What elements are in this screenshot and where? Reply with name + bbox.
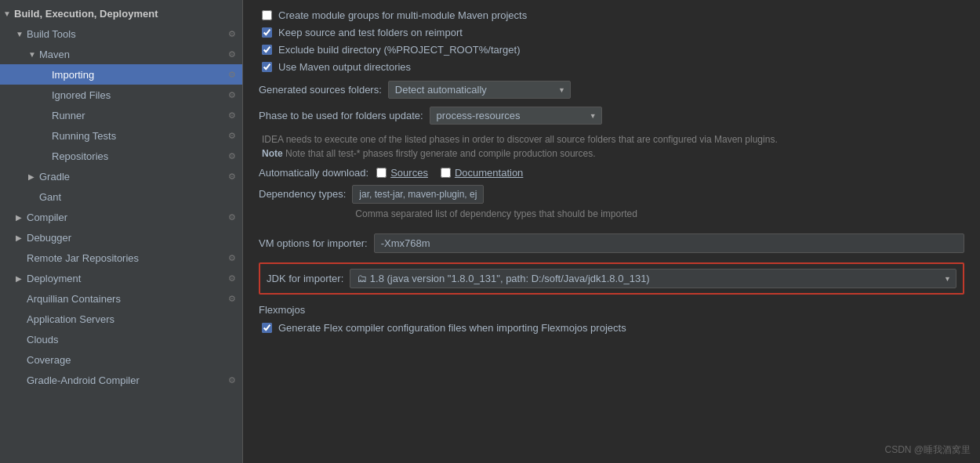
sidebar-item-build-execution-deployment[interactable]: Build, Execution, Deployment [0, 3, 242, 24]
dep-types-input-wrap: Comma separated list of dependency types… [352, 185, 964, 227]
sidebar-item-clouds[interactable]: Clouds [0, 329, 242, 349]
settings-icon-runner: ⚙ [228, 110, 236, 121]
sidebar-item-deployment[interactable]: Deployment⚙ [0, 268, 242, 288]
hint-note: Note [262, 148, 283, 159]
sidebar-item-label-remote-jar-repositories: Remote Jar Repositories [27, 252, 139, 264]
generated-sources-row: Generated sources folders: Detect automa… [259, 81, 964, 99]
settings-icon-maven: ⚙ [228, 49, 236, 60]
settings-icon-importing: ⚙ [228, 70, 236, 80]
jdk-row: JDK for importer: 🗂 1.8 (java version "1… [259, 262, 964, 295]
sidebar: Build, Execution, DeploymentBuild Tools⚙… [0, 0, 243, 463]
sidebar-item-label-coverage: Coverage [27, 354, 71, 366]
settings-icon-remote-jar-repositories: ⚙ [228, 253, 236, 263]
jdk-label: JDK for importer: [267, 273, 343, 284]
sidebar-item-coverage[interactable]: Coverage [0, 349, 242, 370]
sidebar-item-debugger[interactable]: Debugger [0, 227, 242, 248]
sources-check-label[interactable]: Sources [376, 167, 428, 179]
main-content: Create module groups for multi-module Ma… [243, 0, 980, 463]
checkbox-row-keep-source-test[interactable]: Keep source and test folders on reimport [259, 27, 964, 38]
checkbox-use-maven-output[interactable] [262, 62, 272, 72]
generated-sources-label: Generated sources folders: [259, 84, 382, 96]
checkbox-row-create-module-groups[interactable]: Create module groups for multi-module Ma… [259, 9, 964, 21]
settings-icon-repositories: ⚙ [228, 151, 236, 161]
dep-types-label: Dependency types: [259, 185, 346, 200]
sidebar-item-maven[interactable]: Maven⚙ [0, 44, 242, 64]
checkbox-label-keep-source-test: Keep source and test folders on reimport [278, 27, 463, 38]
checkbox-label-exclude-build-directory: Exclude build directory (%PROJECT_ROOT%/… [278, 44, 520, 56]
generated-sources-dropdown[interactable]: Detect automaticallyDefault (target/gene… [388, 81, 571, 99]
hint-line2: Note that all test-* phases firstly gene… [285, 148, 596, 159]
sidebar-item-runner[interactable]: Runner⚙ [0, 105, 242, 125]
vm-row: VM options for importer: [259, 233, 964, 253]
sidebar-item-running-tests[interactable]: Running Tests⚙ [0, 125, 242, 146]
sidebar-item-gradle[interactable]: Gradle⚙ [0, 166, 242, 186]
sources-checkbox[interactable] [376, 168, 387, 178]
sidebar-item-label-gant: Gant [39, 191, 61, 203]
settings-icon-ignored-files: ⚙ [228, 90, 236, 100]
watermark: CSDN @睡我酒窝里 [884, 443, 971, 457]
sidebar-item-label-repositories: Repositories [52, 150, 108, 162]
sidebar-item-label-clouds: Clouds [27, 334, 58, 345]
sidebar-item-label-deployment: Deployment [27, 273, 81, 284]
phase-dropdown-wrap: process-resourcesgenerate-sourcesvalidat… [430, 107, 602, 125]
checkbox-create-module-groups[interactable] [262, 10, 272, 20]
sidebar-item-label-build-tools: Build Tools [27, 28, 76, 40]
jdk-dropdown-wrap: 🗂 1.8 (java version "1.8.0_131", path: D… [350, 269, 956, 288]
settings-icon-deployment: ⚙ [228, 273, 236, 284]
sidebar-item-arquillian-containers[interactable]: Arquillian Containers⚙ [0, 288, 242, 309]
flexmojos-checkbox[interactable] [262, 323, 272, 333]
vm-input[interactable] [374, 233, 964, 253]
sidebar-item-label-runner: Runner [52, 110, 85, 121]
sidebar-item-repositories[interactable]: Repositories⚙ [0, 146, 242, 166]
flexmojos-check-label[interactable]: Generate Flex compiler configuration fil… [259, 322, 964, 334]
sidebar-item-label-build-execution-deployment: Build, Execution, Deployment [14, 8, 158, 20]
settings-icon-gradle-android-compiler: ⚙ [228, 375, 236, 385]
sidebar-item-application-servers[interactable]: Application Servers [0, 309, 242, 329]
checkbox-label-create-module-groups: Create module groups for multi-module Ma… [278, 9, 527, 21]
sidebar-item-label-maven: Maven [39, 49, 70, 60]
sidebar-item-label-importing: Importing [52, 69, 94, 81]
flexmojos-section: Flexmojos Generate Flex compiler configu… [259, 304, 964, 334]
dependency-types-row: Dependency types: Comma separated list o… [259, 185, 964, 227]
documentation-check-label[interactable]: Documentation [441, 167, 523, 179]
phase-label: Phase to be used for folders update: [259, 110, 423, 121]
phase-hint: IDEA needs to execute one of the listed … [259, 132, 964, 161]
settings-icon-gradle: ⚙ [228, 172, 236, 182]
sidebar-item-label-compiler: Compiler [27, 212, 67, 223]
checkbox-exclude-build-directory[interactable] [262, 45, 272, 55]
phase-dropdown[interactable]: process-resourcesgenerate-sourcesvalidat… [430, 107, 602, 125]
auto-download-row: Automatically download: Sources Document… [259, 167, 964, 179]
sidebar-item-gradle-android-compiler[interactable]: Gradle-Android Compiler⚙ [0, 370, 242, 390]
flexmojos-checkbox-label: Generate Flex compiler configuration fil… [278, 322, 626, 334]
sidebar-item-label-gradle-android-compiler: Gradle-Android Compiler [27, 374, 140, 386]
settings-icon-build-tools: ⚙ [228, 29, 236, 39]
documentation-checkbox[interactable] [441, 168, 451, 178]
checkbox-row-use-maven-output[interactable]: Use Maven output directories [259, 61, 964, 73]
flexmojos-title: Flexmojos [259, 304, 964, 316]
checkbox-keep-source-test[interactable] [262, 27, 272, 38]
checkbox-label-use-maven-output: Use Maven output directories [278, 61, 411, 73]
phase-row: Phase to be used for folders update: pro… [259, 107, 964, 125]
sidebar-item-label-ignored-files: Ignored Files [52, 89, 111, 101]
settings-icon-compiler: ⚙ [228, 212, 236, 222]
checkbox-row-exclude-build-directory[interactable]: Exclude build directory (%PROJECT_ROOT%/… [259, 44, 964, 56]
vm-label: VM options for importer: [259, 237, 368, 249]
dep-types-hint: Comma separated list of dependency types… [352, 207, 964, 221]
dep-types-input[interactable] [352, 185, 484, 204]
sidebar-item-label-running-tests: Running Tests [52, 130, 116, 142]
sources-label: Sources [390, 167, 428, 179]
sidebar-item-build-tools[interactable]: Build Tools⚙ [0, 24, 242, 44]
sidebar-item-ignored-files[interactable]: Ignored Files⚙ [0, 85, 242, 105]
auto-download-label: Automatically download: [259, 167, 368, 179]
sidebar-item-label-application-servers: Application Servers [27, 313, 114, 325]
generated-sources-dropdown-wrap: Detect automaticallyDefault (target/gene… [388, 81, 571, 99]
jdk-dropdown[interactable]: 🗂 1.8 (java version "1.8.0_131", path: D… [350, 269, 956, 288]
sidebar-item-compiler[interactable]: Compiler⚙ [0, 207, 242, 227]
sidebar-item-importing[interactable]: Importing⚙ [0, 64, 242, 85]
sidebar-item-label-debugger: Debugger [27, 232, 71, 244]
sidebar-item-label-arquillian-containers: Arquillian Containers [27, 293, 121, 305]
sidebar-item-remote-jar-repositories[interactable]: Remote Jar Repositories⚙ [0, 248, 242, 268]
settings-icon-arquillian-containers: ⚙ [228, 294, 236, 304]
sidebar-item-label-gradle: Gradle [39, 171, 70, 183]
sidebar-item-gant[interactable]: Gant [0, 186, 242, 207]
